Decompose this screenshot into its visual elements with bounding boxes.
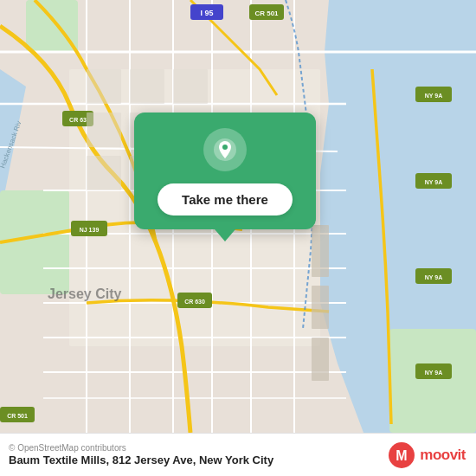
svg-rect-50 bbox=[87, 156, 121, 190]
footer-bar: © OpenStreetMap contributors Baum Textil… bbox=[0, 433, 476, 476]
map-container: I 95 CR 501 CR 501 CR 630 NJ 139 CR 63 N… bbox=[0, 0, 476, 433]
svg-text:M: M bbox=[396, 448, 408, 463]
svg-point-58 bbox=[222, 145, 228, 150]
svg-rect-54 bbox=[312, 225, 329, 277]
svg-rect-55 bbox=[312, 286, 329, 329]
location-popup: Take me there bbox=[134, 113, 316, 229]
svg-text:NY 9A: NY 9A bbox=[425, 179, 443, 185]
svg-rect-45 bbox=[87, 69, 121, 104]
moovit-brand-text: moovit bbox=[420, 447, 466, 464]
svg-text:I 95: I 95 bbox=[200, 9, 213, 17]
svg-rect-4 bbox=[389, 329, 476, 433]
location-icon-container bbox=[203, 128, 247, 171]
footer-info: © OpenStreetMap contributors Baum Textil… bbox=[9, 443, 273, 466]
svg-rect-46 bbox=[130, 69, 164, 104]
popup-pointer bbox=[215, 229, 235, 241]
svg-text:CR 501: CR 501 bbox=[7, 413, 28, 419]
svg-text:NY 9A: NY 9A bbox=[425, 370, 443, 376]
svg-text:NY 9A: NY 9A bbox=[425, 93, 443, 99]
moovit-icon: M bbox=[388, 441, 415, 469]
address-text: Baum Textile Mills, 812 Jersey Ave, New … bbox=[9, 453, 273, 466]
svg-rect-56 bbox=[312, 338, 329, 381]
svg-rect-48 bbox=[87, 113, 121, 147]
take-me-there-button[interactable]: Take me there bbox=[158, 183, 293, 215]
svg-text:NY 9A: NY 9A bbox=[425, 274, 443, 280]
location-pin-icon bbox=[213, 138, 237, 162]
svg-rect-47 bbox=[173, 69, 208, 104]
svg-text:CR 630: CR 630 bbox=[184, 299, 205, 305]
copyright-text: © OpenStreetMap contributors bbox=[9, 443, 273, 453]
svg-text:NJ 139: NJ 139 bbox=[80, 227, 100, 233]
svg-text:CR 63: CR 63 bbox=[69, 117, 87, 123]
moovit-logo: M moovit bbox=[388, 441, 466, 469]
svg-text:Jersey City: Jersey City bbox=[48, 286, 121, 301]
svg-text:CR 501: CR 501 bbox=[254, 10, 279, 17]
